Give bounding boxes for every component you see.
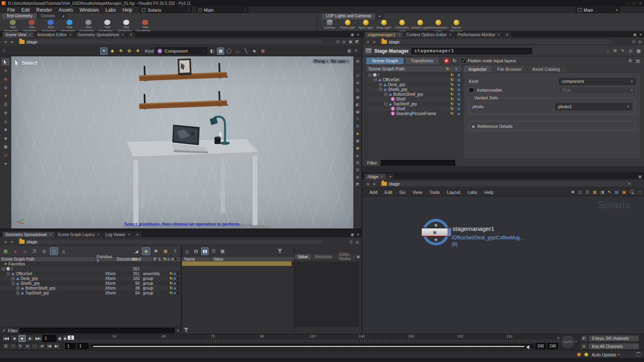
pause-display-icon[interactable]: ⚙ — [355, 123, 361, 129]
tab-performance-monitor[interactable]: Performance Monitor× — [455, 32, 503, 37]
range-mode-icon[interactable]: ⇄ — [39, 343, 45, 349]
select-visible-icon[interactable]: ◧ — [208, 47, 216, 55]
picture-frame[interactable] — [178, 58, 192, 75]
expand-icon[interactable]: + — [379, 83, 382, 86]
net-menu-add[interactable]: Add — [366, 190, 381, 195]
filter-input[interactable] — [381, 160, 455, 166]
menu-assets[interactable]: Assets — [55, 7, 76, 13]
update-mode-dropdown[interactable]: Auto Update ▾ — [592, 351, 620, 358]
expand-icon[interactable]: + — [16, 291, 20, 295]
tab-stage-network[interactable]: /stage× — [365, 174, 386, 179]
snapshot-icon[interactable]: ▣ — [161, 247, 169, 255]
title-bar[interactable]: D:/Jobs/AdamSwaabTutorials/Vol4_USD/houd… — [0, 0, 644, 6]
rows-view-icon[interactable]: ☰ — [210, 247, 217, 255]
selected-attribute-row[interactable] — [182, 261, 291, 266]
pane-maximize-icon[interactable]: ▣ — [356, 255, 360, 259]
snap-tool-icon[interactable]: ◬ — [2, 118, 9, 124]
folder-icon[interactable]: ▣ — [622, 190, 626, 194]
help-icon[interactable]: ? — [353, 49, 359, 53]
link-icon[interactable]: ◎ — [342, 39, 346, 44]
range-slider[interactable] — [91, 344, 534, 348]
menu-file[interactable]: File — [4, 7, 18, 13]
tab-scene-graph[interactable]: Scene Graph — [366, 58, 404, 64]
bottom-shelf[interactable] — [139, 91, 228, 109]
caret-down-icon[interactable]: ▾ — [177, 329, 179, 333]
shelf-add-tab-button[interactable]: + — [60, 13, 68, 19]
pick-prims-icon[interactable]: ◬ — [60, 247, 68, 255]
table-row-officeset[interactable]: −OfficeSet Xform261assembly ↻◉ — [0, 271, 181, 276]
net-menu-labs[interactable]: Labs — [464, 190, 481, 195]
attribute-header[interactable]: Name Value — [182, 257, 294, 261]
forward-icon[interactable]: ▶ — [372, 182, 378, 186]
activation-toggle-icon[interactable]: ↻ — [449, 111, 455, 115]
shelf-tool-test-geometry[interactable]: Test Geometry:... — [3, 20, 22, 33]
pane-maximize-icon[interactable]: ▣ — [638, 175, 642, 179]
tree-view-icon[interactable]: ◬ — [184, 247, 191, 255]
tab-context-options-editor[interactable]: Context Options Editor× — [403, 32, 454, 37]
lasso-select-icon[interactable]: ◯ — [225, 47, 233, 55]
menu-help[interactable]: Help — [119, 7, 136, 13]
range-substart-field[interactable]: 1 — [77, 343, 89, 349]
back-icon[interactable]: ◀ — [2, 240, 8, 244]
pane-split-icon[interactable]: ◩ — [355, 39, 359, 44]
kind-dropdown[interactable]: C Component ↕ — [155, 47, 207, 54]
grid-toggle-icon[interactable]: ⊞ — [355, 80, 361, 86]
play-button[interactable]: ▶ — [27, 335, 34, 342]
activation-toggle-icon[interactable]: ↻ — [449, 87, 455, 91]
display-mode-icon[interactable]: ▦ — [355, 94, 361, 100]
channels-info-field[interactable]: 0 keys, 0/0 channels — [588, 335, 639, 341]
light-display-icon[interactable]: ◉ — [355, 145, 361, 151]
collapse-icon[interactable]: − — [384, 102, 388, 106]
uv-display-icon[interactable]: ⊟ — [355, 167, 361, 173]
scale-tool-icon[interactable]: ◎ — [2, 84, 9, 90]
tab-animation-editor[interactable]: Animation Editor× — [34, 32, 74, 37]
close-icon[interactable]: × — [122, 33, 124, 37]
close-icon[interactable]: × — [381, 175, 383, 179]
play-backward-button[interactable]: ◀ — [10, 335, 18, 342]
table-header[interactable]: Scene Graph Path Primitive T Descendan K… — [0, 257, 181, 261]
kind-dropdown[interactable]: component▾ — [559, 78, 636, 85]
net-menu-tools[interactable]: Tools — [426, 190, 443, 195]
path-field[interactable]: stage — [17, 39, 323, 45]
shotgrid-menu[interactable]: Main ↕ — [196, 7, 248, 13]
activation-toggle-icon[interactable]: ↻ — [169, 286, 173, 290]
collapse-icon[interactable]: − — [11, 282, 15, 285]
range-subend-field[interactable]: 240 — [547, 343, 558, 349]
expand-icon[interactable]: + — [16, 286, 20, 290]
table-row-desk-grp[interactable]: +Desk_grp Xform165group ↻◉ — [0, 276, 181, 281]
visibility-toggle-icon[interactable]: ◉ — [173, 282, 176, 285]
split-view-icon[interactable]: ◫ — [355, 87, 361, 93]
node-name-field[interactable]: stagemanager1 — [411, 48, 532, 54]
activation-toggle-icon[interactable]: ↻ — [449, 92, 455, 96]
close-icon[interactable]: × — [97, 232, 99, 237]
select-motion-button[interactable]: ✚ — [134, 47, 141, 55]
search-icon[interactable] — [630, 189, 635, 195]
step-back-button[interactable]: ◀| — [57, 335, 62, 342]
visibility-toggle-icon[interactable]: ◉ — [173, 286, 176, 290]
variant-dropdown[interactable]: photo1▾ — [555, 103, 632, 110]
scene-viewport[interactable]: Select Persp ▾ No c­am ▾ Select primitiv… — [11, 56, 353, 228]
activation-toggle-icon[interactable]: ↻ — [169, 272, 173, 276]
go-start-button[interactable]: |◀◀ — [2, 335, 10, 342]
tree-row-topshelf-grp[interactable]: −TopShelf_grp↻◉ — [366, 101, 462, 106]
filter-funnel-icon[interactable] — [184, 328, 189, 332]
tab-geometry-spreadsheet[interactable]: Geometry Spreadsheet× — [75, 32, 127, 37]
back-icon[interactable]: ◀ — [365, 40, 370, 44]
dopnet-options-icon[interactable]: ⋯ — [31, 343, 38, 349]
back-icon[interactable]: ◀ — [365, 182, 370, 186]
select-icon[interactable] — [177, 272, 180, 276]
timeline-ruler[interactable] — [68, 339, 560, 342]
path-field[interactable]: stage — [17, 239, 323, 245]
tab-log-viewer[interactable]: Log Viewer× — [103, 232, 133, 237]
pane-maximize-icon[interactable]: ▣ — [351, 33, 354, 37]
shelf-tool-test-geometry[interactable]: Test Geometry:... — [136, 20, 155, 33]
rotate-tool-icon[interactable]: ◉ — [2, 76, 9, 82]
scene-graph-tree-header[interactable]: Scene Graph Path ↻ ◉ — [366, 66, 462, 72]
check-icon[interactable]: ✓ — [2, 328, 6, 333]
refresh-icon[interactable]: ↻ — [452, 58, 456, 64]
shelf-tab-oceans[interactable]: Oceans — [37, 13, 59, 19]
list-icon[interactable]: ☰ — [586, 190, 589, 194]
split-icon[interactable]: ◨ — [600, 190, 604, 194]
inspect-icon[interactable]: ∞ — [21, 247, 29, 255]
shelf-tool-test-geometry[interactable]: Test Geometry:... — [60, 20, 79, 33]
